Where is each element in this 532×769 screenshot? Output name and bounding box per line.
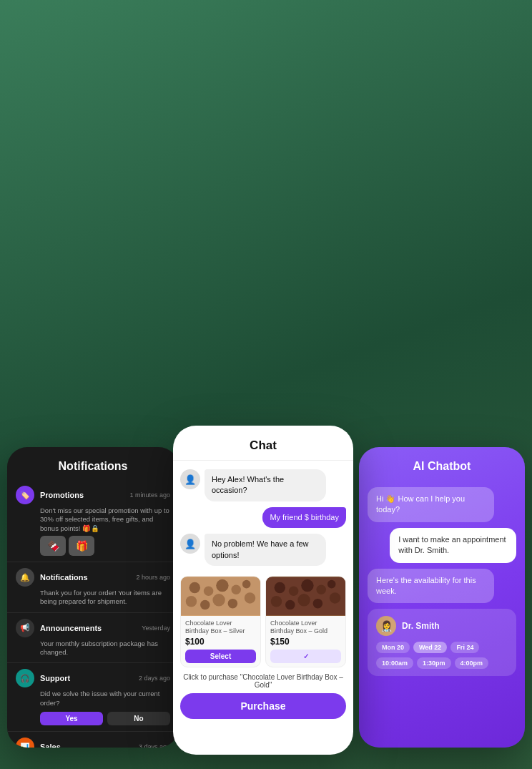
notifications-title: Notifications bbox=[7, 447, 179, 480]
chat-phone: Chat 👤 Hey Alex! What's the occasion? My… bbox=[173, 426, 353, 755]
purchase-text: Click to purchase "Chocolate Lover Birth… bbox=[180, 673, 346, 689]
chat-avatar-2: 👤 bbox=[180, 534, 200, 554]
ai-chatbot-title: AI Chatbot bbox=[359, 447, 525, 481]
product-img-gold bbox=[266, 577, 345, 616]
ai-date-wed[interactable]: Wed 22 bbox=[413, 642, 447, 653]
svg-point-5 bbox=[242, 580, 251, 589]
ai-message-1: Hi 👋 How can I help you today? bbox=[368, 487, 494, 522]
ai-date-row: Mon 20 Wed 22 Fri 24 bbox=[376, 642, 508, 653]
chat-messages-area: 👤 Hey Alex! What's the occasion? My frie… bbox=[173, 461, 353, 574]
support-no-button[interactable]: No bbox=[107, 712, 170, 725]
chat-message-1: 👤 Hey Alex! What's the occasion? bbox=[180, 469, 346, 501]
product-card-gold: Chocolate Lover Birthday Box – Gold $150… bbox=[265, 576, 346, 667]
svg-point-20 bbox=[313, 599, 323, 609]
notifications-sub-title: Notifications bbox=[40, 573, 88, 582]
ai-date-mon[interactable]: Mon 20 bbox=[376, 642, 410, 653]
ai-doctor-row: 👩‍⚕️ Dr. Smith bbox=[376, 616, 508, 636]
svg-point-8 bbox=[212, 594, 225, 606]
svg-point-19 bbox=[297, 594, 310, 606]
support-body: Did we solve the issue with your current… bbox=[40, 690, 170, 707]
ai-doctor-avatar: 👩‍⚕️ bbox=[376, 616, 396, 636]
notifications-body: Thank you for your order! Your items are… bbox=[40, 589, 170, 607]
product-silver-select-button[interactable]: Select bbox=[185, 650, 256, 663]
sales-title: Sales bbox=[40, 743, 61, 748]
announcements-body: Your monthly subscription package has ch… bbox=[40, 640, 170, 657]
notif-item-support[interactable]: 🎧 Support 2 days ago Did we solve the is… bbox=[7, 663, 179, 732]
ai-time-400[interactable]: 4:00pm bbox=[455, 657, 489, 669]
ai-time-1000[interactable]: 10:00am bbox=[376, 657, 413, 669]
chat-message-2: My friend $ birthday bbox=[180, 507, 346, 528]
svg-point-9 bbox=[228, 599, 238, 609]
support-icon: 🎧 bbox=[16, 669, 34, 687]
svg-point-15 bbox=[316, 585, 326, 595]
ai-chatbot-phone: AI Chatbot Hi 👋 How can I help you today… bbox=[359, 447, 525, 748]
sales-time: 3 days ago bbox=[139, 743, 170, 748]
notif-item-notifications[interactable]: 🔔 Notifications 2 hours ago Thank you fo… bbox=[7, 562, 179, 613]
product-silver-price: $100 bbox=[185, 637, 256, 647]
notifications-time: 2 hours ago bbox=[136, 574, 170, 581]
chat-products: Chocolate Lover Birthday Box – Silver $1… bbox=[173, 576, 353, 667]
announcements-icon: 📢 bbox=[16, 619, 34, 637]
svg-point-4 bbox=[231, 585, 241, 595]
chat-bubble-incoming-2: No problem! We have a few options! bbox=[205, 534, 326, 566]
sales-icon: 📊 bbox=[16, 738, 34, 748]
promo-img-2: 🎁 bbox=[69, 536, 94, 556]
product-img-silver bbox=[181, 577, 260, 616]
svg-point-3 bbox=[216, 579, 228, 592]
ai-doctor-name: Dr. Smith bbox=[402, 621, 440, 631]
support-time: 2 days ago bbox=[139, 675, 170, 682]
svg-point-7 bbox=[200, 600, 210, 610]
svg-point-16 bbox=[327, 580, 336, 589]
promotions-icon: 🏷️ bbox=[16, 486, 34, 504]
chat-avatar-1: 👤 bbox=[180, 469, 200, 489]
ai-date-fri[interactable]: Fri 24 bbox=[450, 642, 479, 653]
ai-availability-card: 👩‍⚕️ Dr. Smith Mon 20 Wed 22 Fri 24 10:0… bbox=[368, 609, 516, 676]
chat-bubble-incoming-1: Hey Alex! What's the occasion? bbox=[205, 469, 326, 501]
svg-point-21 bbox=[330, 592, 340, 603]
svg-point-1 bbox=[189, 582, 200, 593]
product-gold-info: Chocolate Lover Birthday Box – Gold $150… bbox=[266, 616, 345, 667]
promotions-title: Promotions bbox=[40, 491, 84, 499]
product-gold-price: $150 bbox=[270, 637, 341, 647]
svg-point-6 bbox=[186, 596, 197, 607]
notifications-icon: 🔔 bbox=[16, 568, 34, 587]
promotions-time: 1 minutes ago bbox=[129, 491, 170, 499]
notif-item-sales[interactable]: 📊 Sales 3 days ago 🎉 Exclusive Sale Aler… bbox=[7, 732, 179, 748]
ai-messages-area: Hi 👋 How can I help you today? I want to… bbox=[359, 481, 525, 609]
notifications-phone: Notifications 🏷️ Promotions 1 minutes ag… bbox=[7, 447, 179, 748]
promo-img-1: 🍫 bbox=[40, 536, 66, 556]
product-silver-name: Chocolate Lover Birthday Box – Silver bbox=[185, 619, 256, 635]
support-actions: Yes No bbox=[40, 712, 170, 725]
ai-message-2: I want to make an appointment with Dr. S… bbox=[390, 528, 516, 563]
notif-item-promotions[interactable]: 🏷️ Promotions 1 minutes ago Don't miss o… bbox=[7, 480, 179, 562]
svg-point-10 bbox=[245, 592, 255, 603]
promotions-body: Don't miss our special promotion with up… bbox=[40, 506, 170, 533]
promotions-images: 🍫 🎁 bbox=[40, 536, 170, 556]
support-title: Support bbox=[40, 674, 70, 682]
chat-message-3: 👤 No problem! We have a few options! bbox=[180, 534, 346, 566]
chat-bubble-outgoing-1: My friend $ birthday bbox=[262, 507, 346, 528]
ai-message-3: Here's the availability for this week. bbox=[368, 569, 494, 604]
support-yes-button[interactable]: Yes bbox=[40, 712, 103, 725]
chat-purchase-area: Click to purchase "Chocolate Lover Birth… bbox=[173, 667, 353, 723]
svg-point-2 bbox=[204, 586, 214, 596]
notif-item-announcements[interactable]: 📢 Announcements Yesterday Your monthly s… bbox=[7, 613, 179, 664]
ai-time-row: 10:00am 1:30pm 4:00pm bbox=[376, 657, 508, 669]
svg-point-18 bbox=[285, 600, 295, 610]
svg-point-17 bbox=[271, 596, 282, 607]
announcements-time: Yesterday bbox=[142, 624, 170, 632]
chat-title: Chat bbox=[173, 426, 353, 461]
svg-point-12 bbox=[275, 582, 285, 593]
svg-point-13 bbox=[289, 586, 299, 596]
ai-time-130[interactable]: 1:30pm bbox=[417, 657, 451, 669]
purchase-button[interactable]: Purchase bbox=[180, 693, 346, 719]
product-silver-info: Chocolate Lover Birthday Box – Silver $1… bbox=[181, 616, 260, 667]
product-gold-name: Chocolate Lover Birthday Box – Gold bbox=[270, 619, 341, 635]
product-card-silver: Chocolate Lover Birthday Box – Silver $1… bbox=[180, 576, 261, 667]
svg-point-14 bbox=[301, 579, 313, 592]
announcements-title: Announcements bbox=[40, 624, 102, 632]
product-gold-check-button[interactable]: ✓ bbox=[270, 650, 341, 663]
